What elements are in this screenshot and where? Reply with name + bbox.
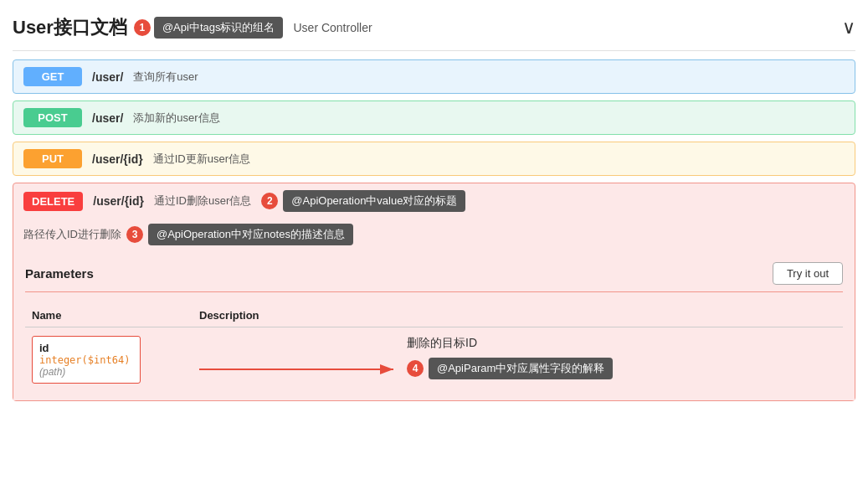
collapse-chevron-icon[interactable]: ∨ <box>842 17 855 39</box>
delete-notes-text: 路径传入ID进行删除 <box>23 227 121 242</box>
api-row-post[interactable]: POST /user/ 添加新的user信息 <box>13 101 855 135</box>
api-desc-put: 通过ID更新user信息 <box>153 152 250 167</box>
param-in: (path) <box>39 366 133 378</box>
col-name-header: Name <box>25 304 193 327</box>
method-badge-post: POST <box>23 108 82 127</box>
badge-4: 4 <box>407 360 424 377</box>
param-box: id integer($int64) (path) <box>32 336 141 384</box>
delete-notes-row: 路径传入ID进行删除 3 @ApiOperation中对应notes的描述信息 <box>13 219 855 254</box>
delete-title-annotation: 2 @ApiOperation中value对应的标题 <box>261 190 465 212</box>
desc-arrow-group: 删除的目标ID 4 @ApiParam中对应属性字段的解释 <box>199 336 836 379</box>
params-header: Parameters Try it out <box>25 262 843 292</box>
delete-section: DELETE /user/{id} 通过ID删除user信息 2 @ApiOpe… <box>13 183 855 401</box>
param-row-id: id integer($int64) (path) <box>25 327 843 393</box>
header-left: User接口文档 1 @Api中tags标识的组名 User Controlle… <box>13 15 372 40</box>
api-path-get: /user/ <box>92 70 123 84</box>
badge-2: 2 <box>261 193 278 209</box>
arrow-icon <box>199 361 400 378</box>
param-name-cell: id integer($int64) (path) <box>25 327 193 393</box>
tooltip-2: @ApiOperation中value对应的标题 <box>283 190 465 212</box>
badge-tooltip-group: 1 @Api中tags标识的组名 <box>134 17 284 39</box>
param-desc-text: 删除的目标ID <box>407 336 613 351</box>
header-subtitle: User Controller <box>293 21 372 34</box>
method-badge-delete: DELETE <box>23 192 83 211</box>
delete-notes-annotation: 3 @ApiOperation中对应notes的描述信息 <box>126 224 353 245</box>
try-it-out-button[interactable]: Try it out <box>773 262 843 285</box>
param-type: integer($int64) <box>39 354 133 366</box>
params-section: Parameters Try it out Name Description i… <box>13 254 855 400</box>
arrow-container <box>199 361 400 378</box>
api-desc-delete: 通过ID删除user信息 <box>154 193 251 209</box>
param-annotation: 4 @ApiParam中对应属性字段的解释 <box>407 358 613 379</box>
tooltip-4: @ApiParam中对应属性字段的解释 <box>429 358 613 379</box>
api-desc-get: 查询所有user <box>133 70 198 85</box>
header: User接口文档 1 @Api中tags标识的组名 User Controlle… <box>13 8 855 51</box>
col-desc-header: Description <box>193 304 843 327</box>
page-wrapper: User接口文档 1 @Api中tags标识的组名 User Controlle… <box>0 0 868 416</box>
api-desc-post: 添加新的user信息 <box>133 111 219 126</box>
tooltip-3: @ApiOperation中对应notes的描述信息 <box>148 224 353 245</box>
page-title: User接口文档 <box>13 15 127 40</box>
method-badge-put: PUT <box>23 149 82 168</box>
api-row-get[interactable]: GET /user/ 查询所有user <box>13 59 855 94</box>
method-badge-get: GET <box>23 67 82 86</box>
tooltip-1: @Api中tags标识的组名 <box>154 17 284 39</box>
api-path-put: /user/{id} <box>92 152 143 166</box>
api-path-post: /user/ <box>92 111 123 125</box>
api-path-delete: /user/{id} <box>93 194 144 208</box>
badge-1: 1 <box>134 19 151 36</box>
delete-header[interactable]: DELETE /user/{id} 通过ID删除user信息 2 @ApiOpe… <box>13 183 855 219</box>
param-desc-cell: 删除的目标ID 4 @ApiParam中对应属性字段的解释 <box>193 327 843 393</box>
params-table: Name Description id integer($int64) (pat… <box>25 304 843 392</box>
desc-group: 删除的目标ID 4 @ApiParam中对应属性字段的解释 <box>407 336 613 379</box>
api-row-put[interactable]: PUT /user/{id} 通过ID更新user信息 <box>13 142 855 176</box>
badge-3: 3 <box>126 226 143 243</box>
params-title: Parameters <box>25 266 94 281</box>
param-name: id <box>39 342 133 354</box>
